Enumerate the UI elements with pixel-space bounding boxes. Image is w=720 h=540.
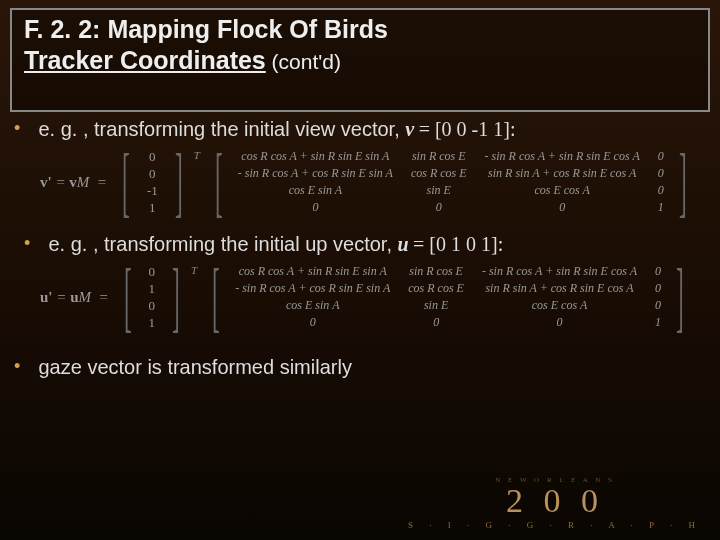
logo-year: 2 0 0 <box>408 482 702 520</box>
col-vector-1: 0 0 -1 1 <box>145 149 160 215</box>
col-vector-2: 0 1 0 1 <box>147 264 158 330</box>
bullet-1-vec: v <box>405 118 414 140</box>
slide-title: F. 2. 2: Mapping Flock Of Birds Tracker … <box>24 14 696 77</box>
matrix-2: cos R cos A + sin R sin E sin Asin R cos… <box>235 264 661 330</box>
equation-2: u' = uM = [ 0 1 0 1 ]T [ cos R cos A + s… <box>40 264 706 330</box>
equation-1: v' = vM = [ 0 0 -1 1 ]T [ cos R cos A + … <box>40 149 706 215</box>
bullet-3: • gaze vector is transformed similarly <box>14 356 706 379</box>
title-line2: Tracker Coordinates <box>24 46 266 74</box>
matrix-1: cos R cos A + sin R sin E sin Asin R cos… <box>238 149 664 215</box>
bullet-1-eq: = [0 0 -1 1]: <box>419 118 516 140</box>
title-prefix: F. 2. 2: <box>24 15 107 43</box>
crescent-icon <box>618 18 690 90</box>
bullet-1: • e. g. , transforming the initial view … <box>14 118 706 141</box>
bullet-2-eq: = [0 1 0 1]: <box>413 233 503 255</box>
bullet-2-vec: u <box>398 233 409 255</box>
bullet-3-text: gaze vector is transformed similarly <box>38 356 351 378</box>
title-box: F. 2. 2: Mapping Flock Of Birds Tracker … <box>10 8 710 112</box>
bullet-icon: • <box>24 233 44 254</box>
siggraph-logo: N E W O R L E A N S 2 0 0 S · I · G · G … <box>408 476 702 530</box>
slide: F. 2. 2: Mapping Flock Of Birds Tracker … <box>0 0 720 540</box>
title-line1: Mapping Flock Of Birds <box>107 15 388 43</box>
bullet-1-text: e. g. , transforming the initial view ve… <box>38 118 405 140</box>
logo-brand: S · I · G · G · R · A · P · H <box>408 520 702 530</box>
bullet-icon: • <box>14 356 34 377</box>
bullet-icon: • <box>14 118 34 139</box>
content: • e. g. , transforming the initial view … <box>14 118 706 387</box>
bullet-2-text: e. g. , transforming the initial up vect… <box>48 233 397 255</box>
title-suffix: (cont'd) <box>266 50 341 73</box>
